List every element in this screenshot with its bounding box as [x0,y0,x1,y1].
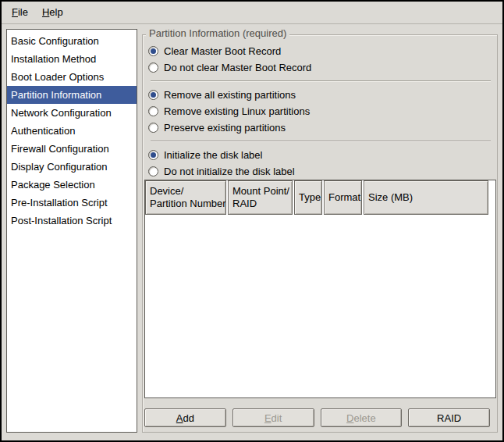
column-header-format[interactable]: Format [324,180,362,215]
sidebar-item-firewall-configuration[interactable]: Firewall Configuration [7,140,137,158]
menu-help-label: elp [49,6,62,18]
column-header-filler [490,180,495,215]
sidebar-item-boot-loader-options[interactable]: Boot Loader Options [7,68,137,86]
delete-button[interactable]: Delete [321,408,403,427]
column-header-size-line1: Size (MB) [368,191,488,204]
radio-preserve-partitions[interactable]: Preserve existing partitions [148,119,492,136]
radio-off-icon [148,62,158,73]
column-header-type[interactable]: Type [294,180,322,215]
sidebar-item-installation-method[interactable]: Installation Method [7,50,137,68]
separator [151,141,491,142]
add-button[interactable]: Add [144,408,226,427]
menu-file-mnemonic: F [12,6,18,18]
column-header-type-line1: Type [299,191,321,204]
partitions-table: Device/ Partition Number Mount Point/ RA… [144,180,496,398]
column-header-format-line1: Format [328,191,361,204]
radio-do-not-initialize-disk-label[interactable]: Do not initialize the disk label [148,163,492,180]
raid-button[interactable]: RAID [408,408,490,427]
edit-button-label: dit [272,412,282,424]
kickstart-configurator-window: File Help Basic Configuration Installati… [0,0,504,442]
menu-help-mnemonic: H [42,6,49,18]
radio-do-not-clear-mbr[interactable]: Do not clear Master Boot Record [148,59,492,76]
sidebar-item-basic-configuration[interactable]: Basic Configuration [7,32,137,50]
radio-off-icon [148,123,158,133]
column-header-mount-point-line1: Mount Point/ [232,185,292,198]
column-header-device-line2: Partition Number [150,198,225,210]
radio-remove-all-partitions-label: Remove all existing partitions [164,89,296,101]
radio-off-icon [148,166,158,176]
sidebar-item-pre-installation-script[interactable]: Pre-Installation Script [7,194,137,212]
sidebar-item-authentication[interactable]: Authentication [7,122,137,140]
menu-file-label: ile [18,6,28,18]
menu-file[interactable]: File [5,2,35,23]
edit-button-mnemonic: E [264,412,272,424]
partitions-table-header: Device/ Partition Number Mount Point/ RA… [145,180,495,215]
sidebar-item-display-configuration[interactable]: Display Configuration [7,158,137,176]
radio-remove-linux-partitions-label: Remove existing Linux partitions [164,105,310,117]
radio-on-icon [148,90,158,100]
column-header-mount-point[interactable]: Mount Point/ RAID [228,180,293,215]
section-list: Basic Configuration Installation Method … [6,29,137,433]
edit-button[interactable]: Edit [232,408,314,427]
column-header-mount-point-line2: RAID [232,198,292,210]
radio-off-icon [148,106,158,116]
radio-on-icon [148,150,158,160]
radio-do-not-clear-mbr-label: Do not clear Master Boot Record [164,62,311,73]
sidebar-item-network-configuration[interactable]: Network Configuration [7,104,137,122]
radio-remove-linux-partitions[interactable]: Remove existing Linux partitions [148,103,492,119]
menubar: File Help [2,2,502,24]
menu-help[interactable]: Help [35,2,70,23]
table-button-row: Add Edit Delete RAID [144,408,490,427]
partitions-table-body[interactable] [145,215,495,397]
radio-options-area: Clear Master Boot Record Do not clear Ma… [143,35,497,180]
radio-do-not-initialize-disk-label-label: Do not initialize the disk label [164,166,295,177]
radio-clear-mbr-label: Clear Master Boot Record [164,45,281,57]
raid-button-label: RAID [437,412,461,424]
radio-initialize-disk-label[interactable]: Initialize the disk label [148,147,492,163]
column-header-device[interactable]: Device/ Partition Number [145,180,226,215]
frame-title: Partition Information (required) [146,27,289,39]
column-header-size[interactable]: Size (MB) [364,180,488,215]
delete-button-label: elete [353,412,375,424]
radio-initialize-disk-label-label: Initialize the disk label [164,149,262,161]
separator [151,80,491,82]
radio-clear-mbr[interactable]: Clear Master Boot Record [148,43,492,59]
sidebar-item-package-selection[interactable]: Package Selection [7,176,137,194]
add-button-label: dd [183,412,193,424]
partition-information-frame: Partition Information (required) Clear M… [142,34,498,433]
column-header-device-line1: Device/ [150,185,225,198]
sidebar-item-partition-information[interactable]: Partition Information [7,86,137,104]
radio-on-icon [148,46,158,56]
radio-preserve-partitions-label: Preserve existing partitions [164,122,286,134]
radio-remove-all-partitions[interactable]: Remove all existing partitions [148,87,492,103]
sidebar-item-post-installation-script[interactable]: Post-Installation Script [7,212,137,230]
